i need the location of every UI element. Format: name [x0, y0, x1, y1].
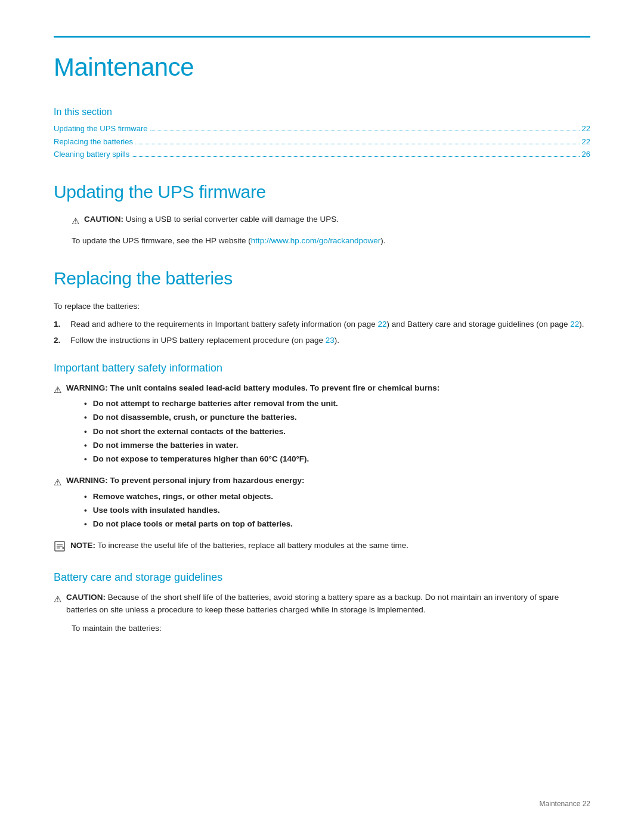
- battery-care-heading: Battery care and storage guidelines: [54, 569, 590, 586]
- hp-website-link[interactable]: http://www.hp.com/go/rackandpower: [251, 236, 381, 245]
- caution-text: Using a USB to serial converter cable wi…: [126, 215, 339, 224]
- toc-page-1: 22: [582, 136, 590, 148]
- bullet-1-3: Do not short the external contacts of th…: [84, 426, 439, 438]
- warning2-block: WARNING: To prevent personal injury from…: [54, 475, 590, 534]
- battery-care-caution-label: CAUTION:: [66, 593, 106, 602]
- care-page-link[interactable]: 22: [570, 320, 579, 329]
- replacing-heading: Replacing the batteries: [54, 265, 590, 292]
- note-text: To increase the useful life of the batte…: [98, 541, 409, 550]
- updating-para-end: ).: [380, 236, 385, 245]
- bullet-2-3: Do not place tools or metal parts on top…: [84, 518, 305, 530]
- warning1-text-block: WARNING: The unit contains sealed lead-a…: [66, 382, 439, 469]
- toc-label-0[interactable]: Updating the UPS firmware: [54, 123, 148, 135]
- step-2-text: Follow the instructions in UPS battery r…: [70, 334, 339, 347]
- footer: Maintenance 22: [540, 798, 590, 809]
- procedure-page-link[interactable]: 23: [326, 336, 335, 345]
- warning2-bullets: Remove watches, rings, or other metal ob…: [84, 491, 305, 531]
- replacing-steps: 1. Read and adhere to the requirements i…: [54, 318, 590, 347]
- battery-care-caution-block: CAUTION: Because of the short shelf life…: [54, 592, 590, 616]
- toc-entry-2[interactable]: Cleaning battery spills 26: [54, 148, 590, 160]
- step-2: 2. Follow the instructions in UPS batter…: [54, 334, 590, 347]
- warning2-bold-text: To prevent personal injury from hazardou…: [110, 476, 305, 485]
- updating-para: To update the UPS firmware, see the HP w…: [72, 234, 590, 247]
- step-1-num: 1.: [54, 318, 66, 331]
- warning1-bullets: Do not attempt to recharge batteries aft…: [84, 398, 439, 465]
- bullet-1-1: Do not attempt to recharge batteries aft…: [84, 398, 439, 410]
- page-title: Maintenance: [54, 48, 590, 86]
- battery-care-caution-body: Because of the short shelf life of the b…: [66, 593, 559, 614]
- toc-page-2: 26: [582, 148, 590, 160]
- toc-dots-1: [135, 144, 580, 144]
- bullet-2-2: Use tools with insulated handles.: [84, 504, 305, 516]
- caution-label: CAUTION:: [84, 215, 123, 224]
- step-2-num: 2.: [54, 334, 66, 347]
- step-1: 1. Read and adhere to the requirements i…: [54, 318, 590, 331]
- in-this-section-heading: In this section: [54, 105, 590, 119]
- toc-label-2[interactable]: Cleaning battery spills: [54, 148, 129, 160]
- updating-heading: Updating the UPS firmware: [54, 178, 590, 205]
- note-label: NOTE:: [70, 541, 95, 550]
- toc-entry-0[interactable]: Updating the UPS firmware 22: [54, 123, 590, 135]
- note-block: NOTE: To increase the useful life of the…: [54, 540, 590, 556]
- in-this-section-block: In this section Updating the UPS firmwar…: [54, 105, 590, 160]
- updating-caution-block: CAUTION: Using a USB to serial converter…: [72, 213, 590, 228]
- warning1-label: WARNING:: [66, 383, 108, 392]
- bullet-1-2: Do not disassemble, crush, or puncture t…: [84, 411, 439, 423]
- warning2-text-block: WARNING: To prevent personal injury from…: [66, 475, 305, 534]
- toc-entry-1[interactable]: Replacing the batteries 22: [54, 136, 590, 148]
- toc-label-1[interactable]: Replacing the batteries: [54, 136, 133, 148]
- toc-dots-2: [132, 156, 579, 157]
- updating-para-text: To update the UPS firmware, see the HP w…: [72, 236, 251, 245]
- step-1-text: Read and adhere to the requirements in I…: [70, 318, 584, 331]
- replacing-intro: To replace the batteries:: [54, 300, 590, 313]
- warning1-triangle-icon: [54, 383, 61, 397]
- note-icon: [54, 540, 66, 556]
- warning1-bold-text: The unit contains sealed lead-acid batte…: [110, 383, 440, 392]
- important-safety-heading: Important battery safety information: [54, 360, 590, 376]
- bullet-2-1: Remove watches, rings, or other metal ob…: [84, 491, 305, 503]
- battery-care-para: To maintain the batteries:: [72, 622, 590, 635]
- battery-care-caution-text: CAUTION: Because of the short shelf life…: [66, 592, 590, 616]
- battery-care-triangle-icon: [54, 592, 61, 606]
- bullet-1-4: Do not immerse the batteries in water.: [84, 439, 439, 451]
- updating-caution-text: CAUTION: Using a USB to serial converter…: [84, 213, 339, 225]
- warning1-block: WARNING: The unit contains sealed lead-a…: [54, 382, 590, 469]
- caution-triangle-icon: [72, 214, 79, 228]
- warning2-triangle-icon: [54, 475, 61, 490]
- warning2-label: WARNING:: [66, 476, 108, 485]
- note-text-block: NOTE: To increase the useful life of the…: [70, 540, 408, 552]
- page-title-section: Maintenance: [54, 36, 590, 86]
- toc-page-0: 22: [582, 123, 590, 135]
- safety-page-link[interactable]: 22: [378, 320, 387, 329]
- toc-dots-0: [150, 131, 580, 131]
- bullet-1-5: Do not expose to temperatures higher tha…: [84, 453, 439, 465]
